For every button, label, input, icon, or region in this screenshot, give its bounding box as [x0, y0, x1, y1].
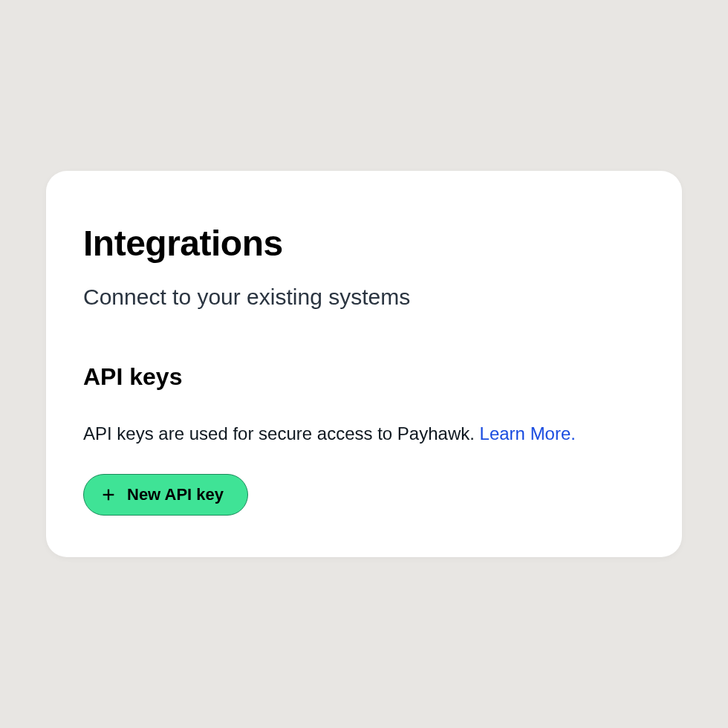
integrations-card: Integrations Connect to your existing sy…	[46, 171, 682, 557]
api-keys-heading: API keys	[83, 363, 645, 391]
new-api-key-button[interactable]: New API key	[83, 474, 248, 516]
api-keys-description-text: API keys are used for secure access to P…	[83, 423, 480, 443]
new-api-key-button-label: New API key	[127, 485, 224, 504]
page-subtitle: Connect to your existing systems	[83, 285, 645, 310]
page-title: Integrations	[83, 223, 645, 264]
api-keys-description: API keys are used for secure access to P…	[83, 423, 645, 444]
plus-icon	[100, 487, 117, 503]
learn-more-link[interactable]: Learn More.	[480, 423, 576, 443]
